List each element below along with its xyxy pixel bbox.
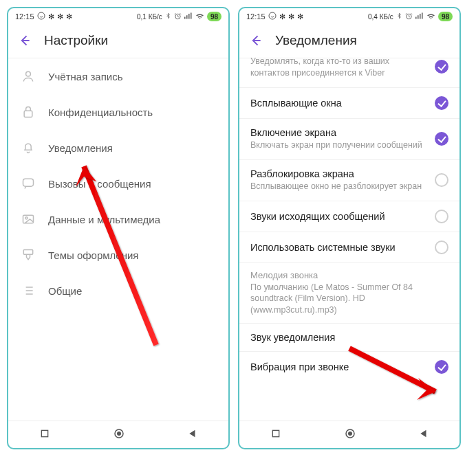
page-title: Настройки	[44, 33, 108, 48]
status-data: 0,1 КБ/с	[137, 13, 162, 21]
nav-recents-icon[interactable]	[270, 428, 281, 442]
list-icon	[21, 283, 36, 298]
setting-row-system-sounds[interactable]: Использовать системные звуки	[239, 232, 459, 263]
gear-icon: ✻	[288, 12, 294, 21]
sidebar-item-media[interactable]: Данные и мультимедиа	[8, 201, 228, 237]
gear-icon: ✻	[48, 12, 54, 21]
signal-icon	[184, 12, 193, 21]
phone-right: 12:15 ✻ ✻ ✻ 0,4 КБ/с 98	[238, 7, 461, 449]
gear-icon: ✻	[66, 12, 72, 21]
chat-icon	[21, 176, 36, 191]
row-title: Включение экрана	[250, 127, 428, 138]
item-label: Учётная запись	[48, 71, 123, 82]
battery-badge: 98	[207, 12, 221, 21]
back-icon[interactable]	[249, 34, 263, 47]
svg-rect-4	[188, 14, 190, 19]
row-title: Вибрация при звонке	[250, 361, 428, 372]
setting-row-screen-on[interactable]: Включение экрана Включать экран при полу…	[239, 119, 459, 160]
row-title: Использовать системные звуки	[250, 242, 428, 253]
setting-row-outgoing-sounds[interactable]: Звуки исходящих сообщений	[239, 201, 459, 232]
statusbar: 12:15 ✻ ✻ ✻ 0,4 КБ/с 98	[239, 8, 459, 25]
svg-rect-21	[273, 430, 279, 436]
nav-home-icon[interactable]	[113, 427, 125, 443]
section-value: По умолчанию (Le Matos - Summer Of 84 so…	[239, 282, 459, 324]
notifications-list: Контакт присоединился к Viber Уведомлять…	[239, 46, 459, 421]
svg-point-0	[38, 12, 45, 19]
lock-icon	[21, 104, 36, 120]
android-navbar	[239, 421, 459, 448]
row-title: Звуки исходящих сообщений	[250, 211, 428, 222]
nav-back-icon[interactable]	[188, 428, 197, 442]
image-icon	[21, 212, 36, 227]
nav-recents-icon[interactable]	[39, 428, 50, 442]
back-icon[interactable]	[18, 34, 32, 47]
sidebar-item-notifications[interactable]: Уведомления	[8, 130, 228, 166]
toggle-radio[interactable]	[435, 60, 448, 74]
sidebar-item-privacy[interactable]: Конфиденциальность	[8, 94, 228, 130]
battery-badge: 98	[438, 12, 453, 21]
user-icon	[21, 69, 36, 84]
row-subtitle: Всплывающее окно не разблокирует экран	[250, 181, 428, 192]
app-header: Настройки	[8, 25, 228, 58]
svg-rect-19	[420, 14, 421, 19]
item-label: Уведомления	[48, 142, 113, 154]
toggle-radio[interactable]	[435, 360, 448, 374]
toggle-radio[interactable]	[435, 173, 448, 187]
svg-rect-17	[415, 17, 417, 19]
sidebar-item-account[interactable]: Учётная запись	[8, 58, 228, 94]
bell-icon	[21, 140, 36, 155]
svg-point-14	[118, 432, 121, 435]
sidebar-item-general[interactable]: Общие	[8, 273, 228, 309]
signal-icon	[415, 12, 424, 21]
svg-point-15	[269, 12, 276, 19]
svg-rect-12	[42, 430, 48, 436]
alarm-icon	[405, 12, 413, 21]
statusbar: 12:15 ✻ ✻ ✻ 0,1 КБ/с 98	[8, 8, 228, 25]
svg-rect-7	[24, 111, 32, 117]
row-title: Всплывающие окна	[250, 98, 428, 109]
row-title: Звук уведомления	[250, 332, 448, 343]
alarm-icon	[174, 12, 182, 21]
toggle-radio[interactable]	[435, 240, 448, 254]
nav-back-icon[interactable]	[419, 428, 429, 442]
row-subtitle: Включать экран при получении сообщений	[250, 139, 428, 151]
sidebar-item-themes[interactable]: Темы оформления	[8, 237, 228, 273]
setting-section-ringtone[interactable]: Мелодия звонка По умолчанию (Le Matos - …	[239, 263, 459, 324]
item-label: Конфиденциальность	[48, 107, 153, 118]
item-label: Данные и мультимедиа	[48, 214, 160, 225]
toggle-radio[interactable]	[435, 210, 448, 223]
wifi-icon	[195, 12, 204, 21]
nav-home-icon[interactable]	[344, 427, 356, 443]
item-label: Общие	[48, 285, 82, 297]
whatsapp-icon	[37, 12, 45, 21]
whatsapp-icon	[268, 12, 277, 21]
setting-row-vibration[interactable]: Вибрация при звонке	[239, 352, 459, 382]
svg-rect-9	[23, 215, 34, 223]
toggle-radio[interactable]	[435, 96, 448, 110]
setting-row-notification-sound[interactable]: Звук уведомления	[239, 324, 459, 352]
bluetooth-icon	[396, 12, 402, 21]
sidebar-item-calls[interactable]: Вызовы и сообщения	[8, 166, 228, 201]
toggle-radio[interactable]	[435, 132, 448, 146]
setting-row-popups[interactable]: Всплывающие окна	[239, 88, 459, 119]
setting-row-unlock[interactable]: Разблокировка экрана Всплывающее окно не…	[239, 160, 459, 201]
svg-point-23	[349, 432, 352, 435]
row-subtitle: Уведомлять, когда кто-то из ваших контак…	[250, 56, 428, 79]
status-data: 0,4 КБ/с	[368, 13, 393, 21]
brush-icon	[21, 247, 36, 262]
svg-rect-3	[186, 15, 188, 19]
setting-row-contact-joined[interactable]: Контакт присоединился к Viber Уведомлять…	[239, 46, 459, 88]
item-label: Вызовы и сообщения	[48, 178, 151, 190]
gear-icon: ✻	[279, 12, 285, 21]
svg-rect-11	[23, 250, 32, 255]
svg-rect-5	[191, 13, 192, 19]
wifi-icon	[426, 12, 435, 21]
settings-list: Учётная запись Конфиденциальность Уведом…	[8, 58, 228, 421]
status-time: 12:15	[246, 12, 266, 21]
status-time: 12:15	[15, 12, 34, 21]
android-navbar	[8, 421, 228, 448]
item-label: Темы оформления	[48, 249, 138, 261]
row-title: Разблокировка экрана	[250, 168, 428, 179]
bluetooth-icon	[165, 12, 171, 21]
gear-icon: ✻	[57, 12, 63, 21]
